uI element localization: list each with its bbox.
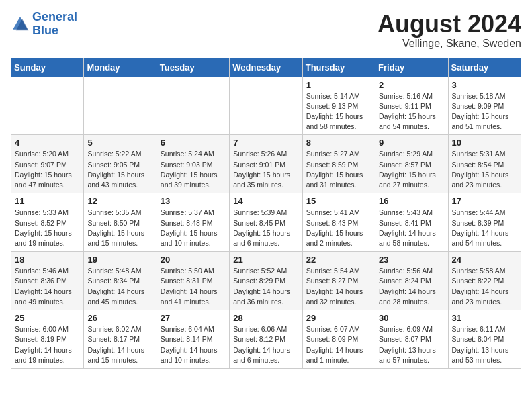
- calendar-cell: 31Sunrise: 6:11 AM Sunset: 8:04 PM Dayli…: [448, 310, 521, 369]
- day-number: 3: [452, 80, 517, 90]
- calendar-cell: 20Sunrise: 5:50 AM Sunset: 8:31 PM Dayli…: [157, 252, 229, 310]
- weekday-header-monday: Monday: [84, 58, 157, 77]
- calendar-cell: 18Sunrise: 5:46 AM Sunset: 8:36 PM Dayli…: [11, 252, 84, 310]
- day-info: Sunrise: 5:20 AM Sunset: 9:07 PM Dayligh…: [15, 149, 80, 190]
- day-number: 23: [379, 255, 444, 265]
- calendar-cell: 15Sunrise: 5:41 AM Sunset: 8:43 PM Dayli…: [302, 193, 375, 252]
- calendar-cell: 6Sunrise: 5:24 AM Sunset: 9:03 PM Daylig…: [157, 135, 229, 193]
- day-number: 30: [379, 313, 444, 323]
- weekday-header-saturday: Saturday: [448, 58, 521, 77]
- day-number: 9: [379, 138, 444, 148]
- day-info: Sunrise: 5:58 AM Sunset: 8:22 PM Dayligh…: [452, 266, 517, 307]
- day-info: Sunrise: 6:00 AM Sunset: 8:19 PM Dayligh…: [15, 324, 80, 365]
- calendar-cell: [230, 77, 302, 135]
- day-number: 21: [233, 255, 298, 265]
- calendar-cell: 5Sunrise: 5:22 AM Sunset: 9:05 PM Daylig…: [84, 135, 157, 193]
- weekday-header-thursday: Thursday: [302, 58, 375, 77]
- day-number: 13: [161, 196, 226, 206]
- calendar-cell: 1Sunrise: 5:14 AM Sunset: 9:13 PM Daylig…: [302, 77, 375, 135]
- calendar-cell: 11Sunrise: 5:33 AM Sunset: 8:52 PM Dayli…: [11, 193, 84, 252]
- weekday-header-row: SundayMondayTuesdayWednesdayThursdayFrid…: [11, 58, 521, 77]
- day-number: 20: [161, 255, 226, 265]
- day-info: Sunrise: 5:39 AM Sunset: 8:45 PM Dayligh…: [233, 208, 298, 248]
- calendar-table: SundayMondayTuesdayWednesdayThursdayFrid…: [11, 58, 521, 369]
- calendar-cell: 17Sunrise: 5:44 AM Sunset: 8:39 PM Dayli…: [448, 193, 521, 252]
- calendar-cell: 4Sunrise: 5:20 AM Sunset: 9:07 PM Daylig…: [11, 135, 84, 193]
- title-block: August 2024 Vellinge, Skane, Sweden: [378, 11, 521, 50]
- day-info: Sunrise: 5:29 AM Sunset: 8:57 PM Dayligh…: [379, 149, 444, 190]
- calendar-cell: 3Sunrise: 5:18 AM Sunset: 9:09 PM Daylig…: [448, 77, 521, 135]
- logo-general: General: [32, 10, 77, 24]
- calendar-cell: 21Sunrise: 5:52 AM Sunset: 8:29 PM Dayli…: [230, 252, 302, 310]
- day-info: Sunrise: 5:48 AM Sunset: 8:34 PM Dayligh…: [87, 266, 152, 307]
- day-number: 16: [379, 196, 444, 206]
- day-number: 19: [87, 255, 152, 265]
- calendar-week-2: 4Sunrise: 5:20 AM Sunset: 9:07 PM Daylig…: [11, 135, 521, 193]
- day-number: 27: [161, 313, 226, 323]
- day-info: Sunrise: 5:46 AM Sunset: 8:36 PM Dayligh…: [15, 266, 80, 307]
- calendar-cell: 2Sunrise: 5:16 AM Sunset: 9:11 PM Daylig…: [375, 77, 448, 135]
- day-info: Sunrise: 6:02 AM Sunset: 8:17 PM Dayligh…: [87, 324, 152, 365]
- day-info: Sunrise: 5:27 AM Sunset: 8:59 PM Dayligh…: [306, 149, 371, 190]
- day-number: 1: [306, 80, 371, 90]
- calendar-cell: 30Sunrise: 6:09 AM Sunset: 8:07 PM Dayli…: [375, 310, 448, 369]
- calendar-week-1: 1Sunrise: 5:14 AM Sunset: 9:13 PM Daylig…: [11, 77, 521, 135]
- calendar-cell: 16Sunrise: 5:43 AM Sunset: 8:41 PM Dayli…: [375, 193, 448, 252]
- day-number: 5: [87, 138, 152, 148]
- location-title: Vellinge, Skane, Sweden: [378, 38, 521, 50]
- page-header: General Blue August 2024 Vellinge, Skane…: [11, 11, 521, 50]
- calendar-cell: 27Sunrise: 6:04 AM Sunset: 8:14 PM Dayli…: [157, 310, 229, 369]
- day-number: 17: [452, 196, 517, 206]
- calendar-week-4: 18Sunrise: 5:46 AM Sunset: 8:36 PM Dayli…: [11, 252, 521, 310]
- day-info: Sunrise: 5:33 AM Sunset: 8:52 PM Dayligh…: [15, 208, 80, 248]
- calendar-cell: 25Sunrise: 6:00 AM Sunset: 8:19 PM Dayli…: [11, 310, 84, 369]
- day-number: 28: [233, 313, 298, 323]
- day-info: Sunrise: 5:41 AM Sunset: 8:43 PM Dayligh…: [306, 208, 371, 248]
- day-number: 2: [379, 80, 444, 90]
- day-info: Sunrise: 5:22 AM Sunset: 9:05 PM Dayligh…: [87, 149, 152, 190]
- day-info: Sunrise: 5:54 AM Sunset: 8:27 PM Dayligh…: [306, 266, 371, 307]
- day-info: Sunrise: 5:14 AM Sunset: 9:13 PM Dayligh…: [306, 91, 371, 132]
- day-number: 24: [452, 255, 517, 265]
- calendar-cell: 14Sunrise: 5:39 AM Sunset: 8:45 PM Dayli…: [230, 193, 302, 252]
- calendar-cell: 10Sunrise: 5:31 AM Sunset: 8:54 PM Dayli…: [448, 135, 521, 193]
- day-number: 18: [15, 255, 80, 265]
- calendar-cell: [157, 77, 229, 135]
- day-number: 29: [306, 313, 371, 323]
- day-info: Sunrise: 5:56 AM Sunset: 8:24 PM Dayligh…: [379, 266, 444, 307]
- weekday-header-wednesday: Wednesday: [230, 58, 302, 77]
- calendar-cell: 9Sunrise: 5:29 AM Sunset: 8:57 PM Daylig…: [375, 135, 448, 193]
- day-info: Sunrise: 5:24 AM Sunset: 9:03 PM Dayligh…: [161, 149, 226, 190]
- weekday-header-sunday: Sunday: [11, 58, 84, 77]
- day-info: Sunrise: 5:50 AM Sunset: 8:31 PM Dayligh…: [161, 266, 226, 307]
- day-number: 6: [161, 138, 226, 148]
- calendar-week-3: 11Sunrise: 5:33 AM Sunset: 8:52 PM Dayli…: [11, 193, 521, 252]
- calendar-cell: 22Sunrise: 5:54 AM Sunset: 8:27 PM Dayli…: [302, 252, 375, 310]
- logo-blue: Blue: [32, 24, 58, 37]
- day-info: Sunrise: 5:16 AM Sunset: 9:11 PM Dayligh…: [379, 91, 444, 132]
- weekday-header-tuesday: Tuesday: [157, 58, 229, 77]
- day-number: 31: [452, 313, 517, 323]
- day-number: 11: [15, 196, 80, 206]
- calendar-week-5: 25Sunrise: 6:00 AM Sunset: 8:19 PM Dayli…: [11, 310, 521, 369]
- calendar-cell: 26Sunrise: 6:02 AM Sunset: 8:17 PM Dayli…: [84, 310, 157, 369]
- weekday-header-friday: Friday: [375, 58, 448, 77]
- day-number: 15: [306, 196, 371, 206]
- day-number: 10: [452, 138, 517, 148]
- day-info: Sunrise: 6:06 AM Sunset: 8:12 PM Dayligh…: [233, 324, 298, 365]
- calendar-cell: [84, 77, 157, 135]
- day-info: Sunrise: 5:43 AM Sunset: 8:41 PM Dayligh…: [379, 208, 444, 248]
- calendar-cell: 29Sunrise: 6:07 AM Sunset: 8:09 PM Dayli…: [302, 310, 375, 369]
- calendar-cell: [11, 77, 84, 135]
- day-number: 7: [233, 138, 298, 148]
- logo-icon: [11, 15, 30, 34]
- calendar-cell: 7Sunrise: 5:26 AM Sunset: 9:01 PM Daylig…: [230, 135, 302, 193]
- day-info: Sunrise: 5:52 AM Sunset: 8:29 PM Dayligh…: [233, 266, 298, 307]
- day-info: Sunrise: 5:37 AM Sunset: 8:48 PM Dayligh…: [161, 208, 226, 248]
- calendar-cell: 12Sunrise: 5:35 AM Sunset: 8:50 PM Dayli…: [84, 193, 157, 252]
- day-number: 22: [306, 255, 371, 265]
- day-info: Sunrise: 6:07 AM Sunset: 8:09 PM Dayligh…: [306, 324, 371, 365]
- day-number: 25: [15, 313, 80, 323]
- day-info: Sunrise: 5:31 AM Sunset: 8:54 PM Dayligh…: [452, 149, 517, 190]
- day-number: 12: [87, 196, 152, 206]
